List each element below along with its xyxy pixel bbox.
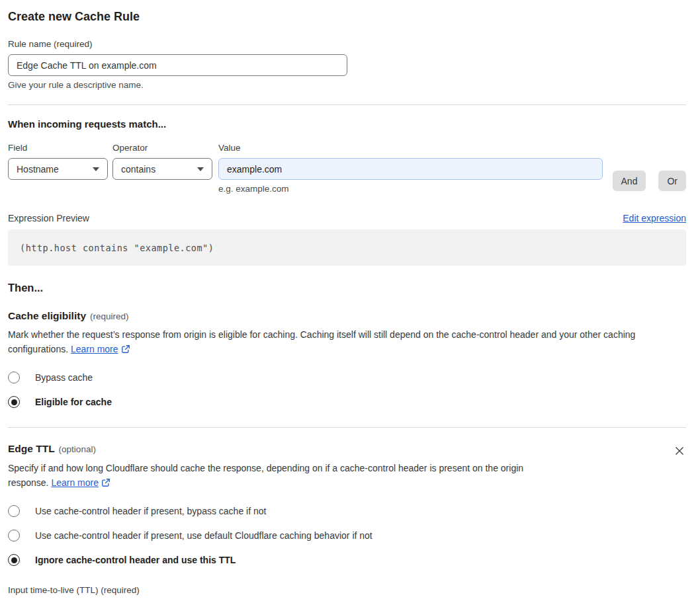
cache-eligibility-required-tag: (required) (90, 311, 129, 321)
radio-option-eligible-for-cache[interactable]: Eligible for cache (8, 396, 686, 408)
radio-label: Use cache-control header if present, byp… (35, 506, 266, 516)
close-edge-ttl-button[interactable] (673, 444, 686, 458)
expression-text: (http.host contains "example.com") (20, 243, 214, 253)
radio-label: Eligible for cache (35, 397, 112, 407)
and-button[interactable]: And (613, 171, 646, 191)
external-link-icon (121, 344, 130, 358)
learn-more-link[interactable]: Learn more (71, 344, 118, 354)
radio-unchecked-icon[interactable] (8, 372, 20, 383)
chevron-down-icon (93, 167, 99, 171)
rule-name-label: Rule name (required) (8, 39, 686, 49)
radio-checked-icon[interactable] (8, 396, 20, 408)
radio-option-use-header-default[interactable]: Use cache-control header if present, use… (8, 530, 686, 541)
field-label: Field (8, 143, 108, 153)
cache-eligibility-description: Mark whether the request’s response from… (8, 328, 686, 358)
chevron-down-icon (197, 167, 204, 171)
edge-ttl-optional-tag: (optional) (59, 444, 96, 454)
divider (8, 104, 686, 105)
rule-name-help: Give your rule a descriptive name. (8, 80, 686, 90)
page-title: Create new Cache Rule (8, 9, 686, 24)
expression-preview-code: (http.host contains "example.com") (8, 229, 686, 266)
cache-eligibility-heading: Cache eligibility(required) (8, 310, 129, 322)
edge-ttl-heading: Edge TTL(optional) (8, 443, 96, 455)
radio-label: Bypass cache (35, 372, 93, 383)
value-hint: e.g. example.com (218, 184, 603, 194)
create-cache-rule-page: Create new Cache Rule Rule name (require… (0, 0, 700, 599)
radio-label: Use cache-control header if present, use… (35, 530, 372, 541)
match-condition-row: Field Hostname Operator contains Value e… (8, 130, 686, 194)
radio-label: Ignore cache-control header and use this… (35, 555, 236, 565)
value-label: Value (218, 143, 603, 153)
radio-option-ignore-header-use-ttl[interactable]: Ignore cache-control header and use this… (8, 554, 686, 566)
match-section-heading: When incoming requests match... (8, 118, 686, 130)
cache-eligibility-title: Cache eligibility (8, 310, 86, 321)
rule-name-input[interactable] (8, 54, 347, 76)
radio-option-bypass-cache[interactable]: Bypass cache (8, 372, 686, 383)
edit-expression-link[interactable]: Edit expression (623, 213, 686, 223)
edge-ttl-title: Edge TTL (8, 443, 55, 454)
learn-more-link[interactable]: Learn more (51, 477, 99, 488)
expression-preview-label: Expression Preview (8, 213, 89, 223)
operator-select[interactable]: contains (112, 158, 212, 180)
or-button[interactable]: Or (658, 171, 686, 191)
operator-label: Operator (112, 143, 212, 153)
then-heading: Then... (8, 282, 686, 294)
close-icon (674, 446, 685, 456)
radio-unchecked-icon[interactable] (8, 505, 20, 517)
radio-option-use-header-bypass[interactable]: Use cache-control header if present, byp… (8, 505, 686, 517)
radio-checked-icon[interactable] (8, 554, 20, 566)
edge-ttl-description: Specify if and how long Cloudflare shoul… (8, 461, 562, 491)
field-select[interactable]: Hostname (8, 158, 108, 180)
radio-unchecked-icon[interactable] (8, 530, 20, 541)
divider (8, 427, 686, 428)
external-link-icon (101, 477, 110, 492)
value-input[interactable] (218, 158, 603, 180)
operator-select-value: contains (121, 164, 155, 175)
ttl-input-label: Input time-to-live (TTL) (required) (8, 585, 686, 595)
field-select-value: Hostname (17, 164, 59, 175)
